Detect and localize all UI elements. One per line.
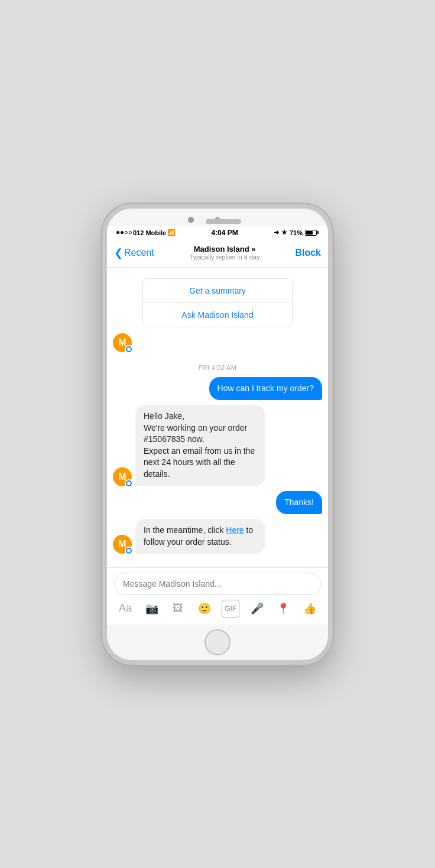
camera: [188, 217, 194, 223]
status-bar: 012 Mobile 📶 4:04 PM ➜ ★ 71%: [107, 226, 328, 239]
nav-center[interactable]: Madison Island » Typically replies in a …: [189, 245, 259, 262]
chevron-left-icon: ❮: [114, 246, 123, 259]
thumbs-up-icon[interactable]: 👍: [301, 600, 319, 617]
signal-dot-2: [121, 231, 124, 234]
battery-percent: 71%: [290, 229, 303, 236]
nav-bar: ❮ Recent Madison Island » Typically repl…: [107, 239, 328, 268]
carrier-label: 012 Mobile: [133, 229, 166, 236]
user-bubble-2: Thanks!: [276, 491, 322, 515]
toolbar: Aa 📷 🖼 🙂 GIF 🎤 📍 👍: [114, 595, 321, 620]
signal-dot-3: [125, 231, 128, 234]
message-row: M Hello Jake, We're working on your orde…: [113, 405, 322, 486]
user-bubble-1: How can I track my order?: [209, 377, 322, 401]
get-summary-button[interactable]: Get a summary: [143, 279, 292, 303]
message-row: How can I track my order?: [113, 377, 322, 401]
status-time: 4:04 PM: [211, 229, 238, 237]
block-button[interactable]: Block: [295, 248, 321, 258]
bot-bubble-1: Hello Jake, We're working on your order …: [135, 405, 265, 486]
message-row: Thanks!: [113, 491, 322, 515]
bot-bubble-2: In the meantime, click Here to follow yo…: [135, 519, 265, 554]
signal-dots: [116, 231, 132, 234]
signal-dot-4: [129, 231, 132, 234]
quick-replies: Get a summary Ask Madison Island: [142, 278, 293, 327]
nav-title: Madison Island »: [189, 245, 259, 254]
status-left: 012 Mobile 📶: [116, 229, 176, 236]
phone-frame: 012 Mobile 📶 4:04 PM ➜ ★ 71% ❮ Recent: [102, 204, 333, 665]
signal-dot-1: [116, 231, 119, 234]
back-label: Recent: [124, 248, 154, 258]
location-icon: ➜: [274, 229, 279, 236]
bot-badge-3: [125, 547, 133, 555]
message-input[interactable]: [114, 573, 321, 595]
mic-icon[interactable]: 🎤: [248, 600, 266, 617]
timestamp: FRI 4:02 AM: [107, 364, 328, 371]
speaker: [206, 219, 241, 224]
message-row: M In the meantime, click Here to follow …: [113, 519, 322, 554]
bot-avatar-3: M: [113, 535, 132, 554]
bot-badge-1: [125, 345, 133, 353]
battery-icon: [305, 230, 319, 236]
bot-badge-2: [125, 479, 133, 487]
status-right: ➜ ★ 71%: [274, 229, 319, 236]
location-pin-icon[interactable]: 📍: [274, 600, 292, 617]
bot-avatar-1: M: [113, 333, 132, 352]
wifi-icon: 📶: [167, 229, 176, 236]
chat-area: Get a summary Ask Madison Island M FRI 4…: [107, 268, 328, 567]
page-wrapper: 012 Mobile 📶 4:04 PM ➜ ★ 71% ❮ Recent: [0, 0, 435, 868]
camera-icon[interactable]: 📷: [143, 600, 161, 617]
back-button[interactable]: ❮ Recent: [114, 246, 154, 259]
ask-madison-button[interactable]: Ask Madison Island: [143, 303, 292, 327]
image-icon[interactable]: 🖼: [169, 600, 187, 617]
home-button[interactable]: [204, 629, 231, 655]
bluetooth-icon: ★: [281, 229, 287, 236]
emoji-icon[interactable]: 🙂: [196, 600, 213, 617]
nav-subtitle: Typically replies in a day: [189, 253, 259, 261]
gif-icon[interactable]: GIF: [222, 600, 239, 617]
bot-avatar-2: M: [113, 467, 132, 486]
text-format-icon[interactable]: Aa: [116, 600, 134, 617]
input-area: Aa 📷 🖼 🙂 GIF 🎤 📍 👍: [107, 567, 328, 625]
here-link[interactable]: Here: [226, 525, 244, 535]
home-area: [107, 625, 328, 660]
